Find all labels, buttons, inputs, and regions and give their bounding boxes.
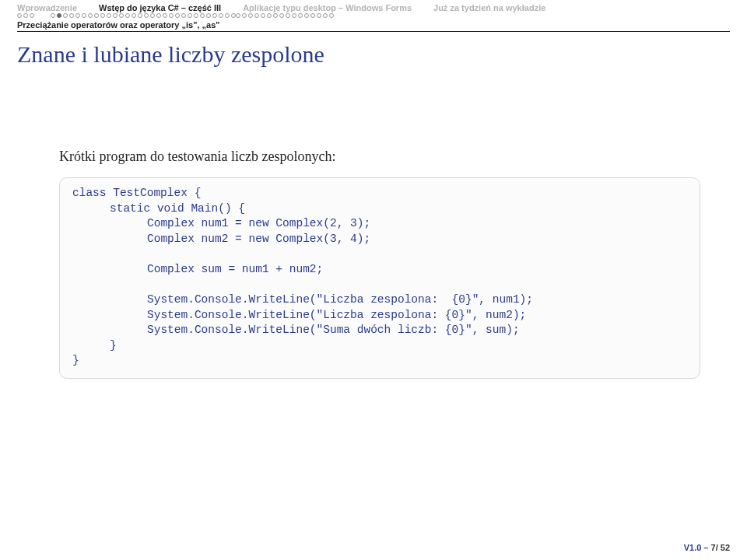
- code-line: class TestComplex {: [72, 187, 201, 199]
- dots-group-1: [17, 13, 34, 18]
- progress-dot[interactable]: [200, 13, 205, 18]
- progress-dot[interactable]: [273, 13, 278, 18]
- progress-dot[interactable]: [304, 13, 309, 18]
- progress-dot[interactable]: [225, 13, 230, 18]
- progress-dot[interactable]: [317, 13, 321, 18]
- nav-tab-next-week[interactable]: Już za tydzień na wykładzie: [433, 3, 545, 12]
- dots-group-3: [236, 13, 334, 18]
- progress-dot[interactable]: [254, 13, 259, 18]
- progress-dot[interactable]: [17, 13, 22, 18]
- code-line: Complex num2 = new Complex(3, 4);: [72, 232, 687, 247]
- progress-dot[interactable]: [286, 13, 290, 18]
- progress-dot[interactable]: [57, 13, 61, 18]
- progress-dot[interactable]: [261, 13, 265, 18]
- code-line: System.Console.WriteLine("Suma dwóch lic…: [72, 323, 687, 338]
- progress-dot[interactable]: [298, 13, 303, 18]
- progress-dot[interactable]: [163, 13, 167, 18]
- progress-dot[interactable]: [194, 13, 198, 18]
- progress-dot[interactable]: [125, 13, 130, 18]
- nav-tab-intro[interactable]: Wprowadzenie: [17, 3, 77, 12]
- progress-dot[interactable]: [88, 13, 93, 18]
- code-line: Complex sum = num1 + num2;: [72, 262, 687, 278]
- dots-group-2: [51, 13, 236, 18]
- progress-dot[interactable]: [63, 13, 68, 18]
- progress-dot[interactable]: [188, 13, 192, 18]
- progress-dot[interactable]: [169, 13, 174, 18]
- progress-dot[interactable]: [219, 13, 223, 18]
- progress-dot[interactable]: [82, 13, 86, 18]
- main-content: Krótki program do testowania liczb zespo…: [0, 71, 747, 379]
- progress-dot[interactable]: [119, 13, 124, 18]
- progress-dot[interactable]: [206, 13, 211, 18]
- progress-dot[interactable]: [150, 13, 155, 18]
- version-label: V1.0 –: [684, 543, 711, 552]
- nav-tab-desktop[interactable]: Aplikacje typu desktop – Windows Forms: [243, 3, 412, 12]
- progress-dot[interactable]: [175, 13, 180, 18]
- code-line: static void Main() {: [72, 201, 687, 217]
- code-line: }: [72, 354, 79, 366]
- progress-dot[interactable]: [69, 13, 74, 18]
- progress-dot[interactable]: [107, 13, 111, 18]
- code-line: Complex num1 = new Complex(2, 3);: [72, 216, 687, 232]
- progress-dot[interactable]: [329, 13, 334, 18]
- progress-dot[interactable]: [132, 13, 136, 18]
- progress-dot[interactable]: [75, 13, 80, 18]
- code-line: System.Console.WriteLine("Liczba zespolo…: [72, 308, 687, 324]
- progress-dot[interactable]: [30, 13, 34, 18]
- progress-dots: [0, 12, 747, 19]
- subtitle: Krótki program do testowania liczb zespo…: [59, 149, 700, 165]
- subsection-label: Przeciążanie operatorów oraz operatory „…: [0, 19, 747, 31]
- progress-dot[interactable]: [138, 13, 142, 18]
- progress-dot[interactable]: [248, 13, 253, 18]
- progress-dot[interactable]: [94, 13, 99, 18]
- progress-dot[interactable]: [181, 13, 186, 18]
- progress-dot[interactable]: [267, 13, 272, 18]
- code-block: class TestComplex { static void Main() {…: [59, 177, 700, 379]
- progress-dot[interactable]: [310, 13, 315, 18]
- code-line: }: [72, 338, 687, 354]
- progress-dot[interactable]: [144, 13, 149, 18]
- footer: V1.0 – 7/ 52: [684, 543, 730, 552]
- code-line: System.Console.WriteLine("Liczba zespolo…: [72, 292, 687, 308]
- page-title: Znane i lubiane liczby zespolone: [0, 32, 747, 71]
- nav-tab-csharp[interactable]: Wstęp do języka C# – część III: [99, 3, 221, 12]
- page-number: 7/ 52: [711, 543, 730, 552]
- progress-dot[interactable]: [292, 13, 296, 18]
- progress-dot[interactable]: [279, 13, 284, 18]
- progress-dot[interactable]: [100, 13, 105, 18]
- progress-dot[interactable]: [212, 13, 217, 18]
- progress-dot[interactable]: [242, 13, 247, 18]
- progress-dot[interactable]: [51, 13, 55, 18]
- progress-dot[interactable]: [236, 13, 240, 18]
- progress-dot[interactable]: [156, 13, 161, 18]
- nav-tabs: Wprowadzenie Wstęp do języka C# – część …: [0, 0, 747, 12]
- progress-dot[interactable]: [113, 13, 117, 18]
- progress-dot[interactable]: [323, 13, 328, 18]
- progress-dot[interactable]: [23, 13, 28, 18]
